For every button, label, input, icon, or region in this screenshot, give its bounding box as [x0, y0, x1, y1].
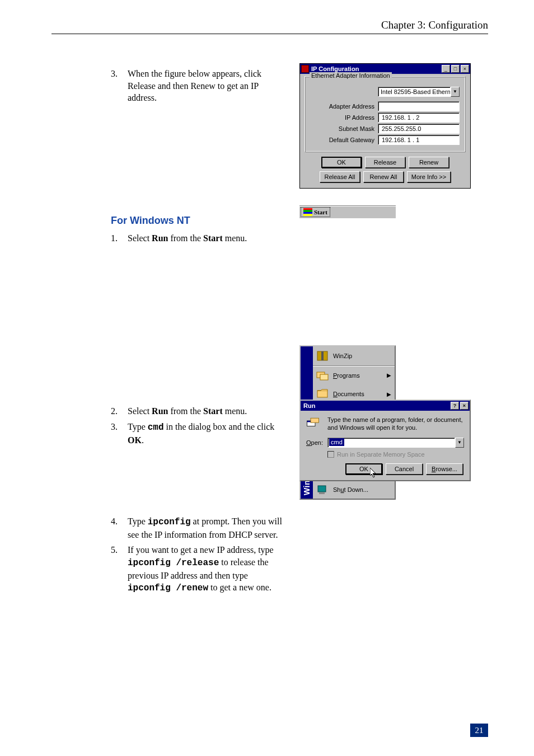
text: from the: [168, 233, 203, 243]
code-cmd: cmd: [148, 422, 164, 433]
text: .: [142, 435, 144, 445]
run-titlebar[interactable]: Run ? ×: [301, 401, 470, 411]
subnet-row: Subnet Mask 255.255.255.0: [311, 124, 460, 134]
step-number: 2.: [111, 405, 128, 417]
text: Type: [128, 422, 148, 431]
start-item-programs[interactable]: Programs ▶: [313, 365, 395, 384]
open-value: cmd: [329, 438, 344, 446]
start-item-label: Programs: [333, 372, 387, 379]
bold-run: Run: [152, 406, 168, 416]
run-dialog-icon: [306, 416, 323, 431]
label-subnet: Subnet Mask: [311, 125, 378, 132]
step-text: When the figure below appears, click Rel…: [128, 68, 287, 104]
run-title: Run: [302, 402, 449, 409]
right-column: IP Configuration _ □ × Ethernet Adapter …: [299, 68, 488, 595]
label-ip-address: IP Address: [311, 114, 378, 121]
checkbox-label: Run in Separate Memory Space: [337, 451, 425, 458]
step-number: 5.: [111, 544, 128, 594]
code-ipconfig: ipconfig: [148, 517, 191, 527]
run-checkbox-row: Run in Separate Memory Space: [327, 451, 464, 458]
chapter-header: Chapter 3: Configuration: [51, 19, 488, 34]
more-info-button[interactable]: More Info >>: [407, 171, 451, 182]
value-adapter-address: [378, 101, 460, 111]
open-combobox[interactable]: cmd ▼: [327, 438, 464, 448]
text: Type: [128, 516, 148, 526]
label: OK: [359, 466, 368, 472]
close-button[interactable]: ×: [461, 65, 469, 73]
renew-button[interactable]: Renew: [409, 157, 449, 168]
ipconfig-button-row-2: Release All Renew All More Info >>: [305, 171, 466, 182]
adapter-address-row: Adapter Address: [311, 101, 460, 111]
gateway-row: Default Gateway 192.168. 1 . 1: [311, 135, 460, 145]
nt-step-4: 4. Type ipconfig at prompt. Then you wil…: [111, 515, 287, 541]
text: in the dialog box and the click: [164, 422, 275, 431]
step-text: Select Run from the Start menu.: [128, 405, 287, 417]
run-cancel-button[interactable]: Cancel: [386, 463, 423, 475]
label-adapter-address: Adapter Address: [311, 103, 378, 110]
ethernet-groupbox: Ethernet Adapter Information Intel 82595…: [305, 76, 466, 152]
svg-rect-1: [321, 351, 324, 360]
adapter-dropdown[interactable]: Intel 82595-Based Ethernet ▼: [378, 87, 460, 97]
open-input[interactable]: cmd: [327, 438, 455, 448]
ipconfig-window: IP Configuration _ □ × Ethernet Adapter …: [299, 63, 471, 189]
nt-step-3: 3. Type cmd in the dialog box and the cl…: [111, 421, 287, 446]
svg-rect-13: [318, 486, 326, 492]
groupbox-legend: Ethernet Adapter Information: [310, 72, 392, 79]
svg-rect-17: [311, 418, 318, 422]
label: Release All: [324, 173, 355, 180]
text: menu.: [223, 406, 247, 416]
step-3-top: 3. When the figure below appears, click …: [111, 68, 287, 104]
start-button[interactable]: Start: [301, 207, 330, 217]
svg-rect-4: [317, 391, 327, 397]
start-menu-wrapper: Windows NT Workstation WinZip Programs ▶: [299, 206, 396, 218]
run-body: Type the name of a program, folder, or d…: [301, 411, 470, 480]
renew-all-button[interactable]: Renew All: [363, 171, 404, 182]
release-button[interactable]: Release: [365, 157, 405, 168]
label: Renew All: [370, 173, 397, 180]
ipconfig-title: IP Configuration: [311, 65, 441, 72]
maximize-button[interactable]: □: [451, 65, 460, 73]
run-button-row: OK Cancel Browse...: [306, 463, 464, 475]
start-item-winzip[interactable]: WinZip: [313, 346, 395, 365]
close-button[interactable]: ×: [460, 402, 469, 410]
run-ok-button[interactable]: OK: [345, 463, 382, 475]
shutdown-icon: [315, 482, 330, 497]
separate-memory-checkbox[interactable]: [327, 451, 334, 458]
ip-address-row: IP Address 192.168. 1 . 2: [311, 112, 460, 123]
dropdown-arrow-icon[interactable]: ▼: [451, 87, 460, 97]
label: Release: [374, 159, 396, 166]
label: More Info >>: [411, 173, 446, 180]
value-subnet: 255.255.255.0: [378, 124, 460, 134]
start-button-label: Start: [314, 209, 327, 215]
help-button[interactable]: ?: [451, 402, 459, 410]
windows-flag-icon: [303, 208, 312, 216]
section-heading-nt: For Windows NT: [111, 215, 287, 227]
text: from the: [168, 406, 203, 416]
start-item-label: WinZip: [333, 353, 392, 359]
value-gateway: 192.168. 1 . 1: [378, 135, 460, 145]
svg-rect-3: [320, 374, 328, 380]
dropdown-arrow-icon[interactable]: ▼: [455, 438, 464, 448]
step-number: 1.: [111, 232, 128, 245]
step-number: 4.: [111, 515, 128, 541]
winzip-icon: [315, 349, 330, 363]
start-item-label: Shut Down...: [333, 486, 392, 493]
value-ip-address: 192.168. 1 . 2: [378, 112, 460, 123]
run-dialog: Run ? × Type the name of a program, fold…: [299, 400, 471, 481]
ipconfig-app-icon: [301, 65, 309, 73]
label: Renew: [419, 159, 438, 166]
minimize-button[interactable]: _: [442, 65, 450, 73]
run-browse-button[interactable]: Browse...: [426, 463, 463, 475]
start-item-shutdown[interactable]: Shut Down...: [313, 480, 395, 499]
ok-button[interactable]: OK: [321, 157, 362, 168]
text: menu.: [223, 233, 247, 243]
bold-start: Start: [203, 233, 223, 243]
start-item-label: Documents: [333, 391, 387, 397]
release-all-button[interactable]: Release All: [320, 171, 360, 182]
left-column: 3. When the figure below appears, click …: [111, 68, 287, 595]
run-message-text: Type the name of a program, folder, or d…: [327, 416, 464, 432]
nt-step-5: 5. If you want to get a new IP address, …: [111, 544, 287, 594]
ipconfig-body: Ethernet Adapter Information Intel 82595…: [300, 74, 470, 188]
code-release: ipconfig /release: [128, 558, 219, 568]
step-text: If you want to get a new IP address, typ…: [128, 544, 287, 594]
